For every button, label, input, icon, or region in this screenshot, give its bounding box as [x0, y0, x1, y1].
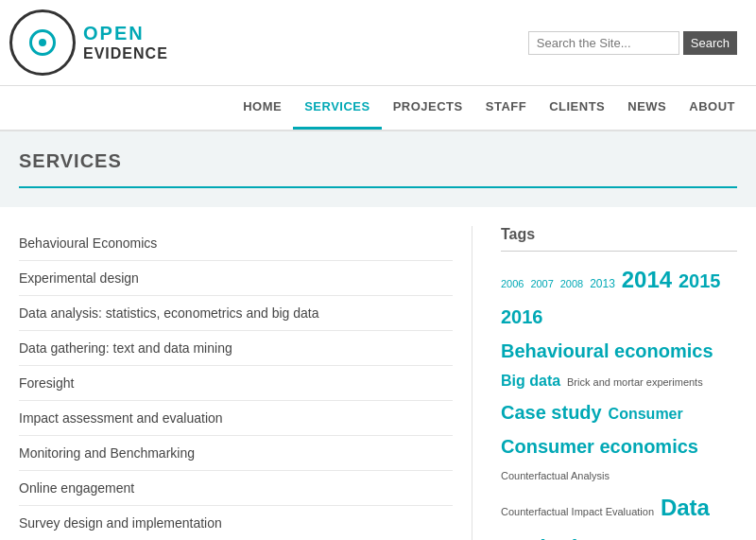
tag[interactable]: Case study: [501, 402, 602, 423]
service-monitoring[interactable]: Monitoring and Benchmarking: [19, 445, 195, 461]
list-item: Survey design and implementation: [19, 506, 453, 540]
list-item: Online engagement: [19, 471, 453, 506]
page-title: SERVICES: [19, 150, 737, 172]
tags-area: 2006 2007 2008 2013 2014 2015 2016 Behav…: [501, 259, 737, 540]
nav-staff[interactable]: STAFF: [474, 86, 538, 130]
tag[interactable]: Big data: [501, 373, 560, 389]
list-item: Data analysis: statistics, econometrics …: [19, 296, 453, 331]
tags-title: Tags: [501, 226, 737, 252]
tag[interactable]: 2007: [530, 278, 553, 289]
list-item: Data gathering: text and data mining: [19, 331, 453, 366]
tag[interactable]: 2014: [622, 267, 672, 292]
tag[interactable]: Consumer: [609, 406, 683, 422]
search-button[interactable]: Search: [683, 31, 737, 55]
service-experimental-design[interactable]: Experimental design: [19, 270, 139, 286]
tag[interactable]: Data analysis: [501, 495, 710, 540]
service-behavioural-economics[interactable]: Behavioural Economics: [19, 235, 157, 251]
nav-home[interactable]: HOME: [232, 86, 293, 130]
nav-news[interactable]: NEWS: [616, 86, 678, 130]
service-foresight[interactable]: Foresight: [19, 375, 74, 391]
header: OPEN EVIDENCE Search: [0, 0, 756, 86]
list-item: Foresight: [19, 366, 453, 401]
service-data-analysis[interactable]: Data analysis: statistics, econometrics …: [19, 305, 319, 321]
list-item: Behavioural Economics: [19, 226, 453, 261]
services-list: Behavioural Economics Experimental desig…: [19, 226, 453, 540]
search-input[interactable]: [528, 31, 679, 55]
tag[interactable]: Brick and mortar experiments: [567, 376, 703, 388]
tag[interactable]: Behavioural economics: [501, 340, 713, 361]
service-online-engagement[interactable]: Online engagement: [19, 480, 134, 496]
service-survey-design[interactable]: Survey design and implementation: [19, 515, 222, 531]
list-item: Experimental design: [19, 261, 453, 296]
page-title-underline: [19, 186, 737, 188]
tag[interactable]: Counterfactual Analysis: [501, 470, 610, 481]
page-title-area: SERVICES: [0, 131, 756, 207]
logo-open: OPEN: [83, 22, 168, 44]
nav-about[interactable]: ABOUT: [678, 86, 747, 130]
search-area: Search: [528, 31, 737, 55]
tags-column: Tags 2006 2007 2008 2013 2014 2015 2016 …: [491, 226, 737, 540]
service-impact-assessment[interactable]: Impact assessment and evaluation: [19, 410, 223, 426]
tag[interactable]: 2006: [501, 278, 524, 289]
logo-evidence: EVIDENCE: [83, 44, 168, 62]
main-content: Behavioural Economics Experimental desig…: [0, 207, 756, 540]
list-item: Impact assessment and evaluation: [19, 401, 453, 436]
nav-services[interactable]: SERVICES: [293, 86, 382, 130]
tag[interactable]: 2016: [501, 306, 543, 327]
list-item: Monitoring and Benchmarking: [19, 436, 453, 471]
tag[interactable]: Counterfactual Impact Evaluation: [501, 506, 654, 517]
main-nav: HOME SERVICES PROJECTS STAFF CLIENTS NEW…: [0, 86, 756, 131]
tag[interactable]: 2013: [590, 277, 615, 290]
service-data-gathering[interactable]: Data gathering: text and data mining: [19, 340, 232, 356]
logo-icon: [9, 9, 76, 76]
nav-clients[interactable]: CLIENTS: [538, 86, 616, 130]
tag[interactable]: 2015: [679, 270, 721, 291]
tag[interactable]: Consumer economics: [501, 436, 698, 457]
logo-text: OPEN EVIDENCE: [83, 22, 168, 62]
nav-projects[interactable]: PROJECTS: [382, 86, 474, 130]
logo-area: OPEN EVIDENCE: [9, 9, 168, 76]
services-list-column: Behavioural Economics Experimental desig…: [19, 226, 472, 540]
tag[interactable]: 2008: [560, 278, 583, 289]
